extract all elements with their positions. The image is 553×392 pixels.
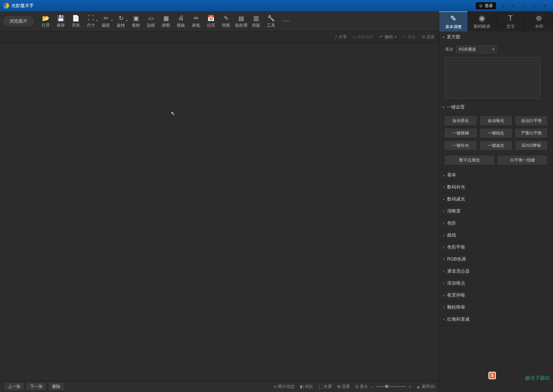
accordion-item-0[interactable]: ▸基本 [439,169,553,181]
zoom-slider[interactable] [376,386,406,387]
restore-button[interactable]: ⟲还原 [422,34,435,40]
tool-label: 画笔 [192,23,200,28]
toolbar-item-9[interactable]: 🖨模板 [173,12,188,31]
tab-label: 水印 [535,24,543,29]
canvas-area[interactable]: ↖ [0,43,438,381]
toolbar-item-3[interactable]: ⛶尺寸▾ [83,12,98,31]
tool-label: 日历 [207,23,215,28]
accordion-label: RGB色调 [447,256,466,262]
tool-icon: 📂 [42,14,50,22]
accordion-item-11[interactable]: ▸颗粒降噪 [439,302,553,314]
accordion-item-9[interactable]: ▸添加噪点 [439,277,553,289]
toolbar-item-14[interactable]: ▥排版 [249,12,264,31]
tool-label: 工具 [267,23,275,28]
chevron-right-icon: ▸ [443,258,445,261]
close-button[interactable]: ✕ [539,2,550,9]
zoom-plus[interactable]: + [408,384,411,389]
image-info-button[interactable]: ▭图片信息 [273,384,295,389]
next-image-button[interactable]: 下一张 [26,382,47,391]
tool-icon: ▤ [237,14,245,22]
toolbar-item-8[interactable]: ▦拼图 [158,12,173,31]
oneclick-row2-btn-0[interactable]: 数字点测光 [444,155,495,165]
oneclick-row2-btn-1[interactable]: 白平衡一指键 [497,155,548,165]
tool-icon: 🔧 [267,14,275,22]
histogram-display [445,57,540,98]
maximize-button[interactable]: ▢ [529,2,539,9]
oneclick-btn-8[interactable]: 高ISO降噪 [515,140,548,151]
toolbar-item-12[interactable]: ✎抠图 [218,12,234,31]
tool-icon: ⛶ [87,14,95,22]
oneclick-btn-7[interactable]: 一键减光 [479,140,512,151]
right-tab-0[interactable]: ✎基本调整 [439,11,467,32]
zoom-minus[interactable]: − [372,384,374,389]
right-tab-1[interactable]: ◉数码暗房 [467,11,496,32]
save-action-button[interactable]: ⎙保存动作 [353,34,374,40]
redo-button[interactable]: ↷重做 [402,34,416,40]
accordion-item-4[interactable]: ▸色阶 [439,217,553,229]
toolbar-item-7[interactable]: ▭边框 [143,12,158,31]
compare-icon: ◧ [300,384,304,389]
toolbar-item-1[interactable]: 💾保存 [53,12,68,31]
toolbar-item-6[interactable]: ▣素材 [128,12,143,31]
toolbar-item-2[interactable]: 📄另存 [68,12,83,31]
toolbar-item-11[interactable]: 📅日历 [203,12,218,31]
oneclick-btn-5[interactable]: 严重白平衡 [515,128,548,138]
accordion-item-10[interactable]: ▸夜景抑噪 [439,289,553,302]
toolbar-item-0[interactable]: 📂打开 [38,12,53,31]
tab-label: 数码暗房 [474,24,490,29]
compare-button[interactable]: ◧对比 [300,384,313,389]
oneclick-header[interactable]: ▾ 一键设置 [439,102,553,113]
toolbar-item-5[interactable]: ↻旋转▾ [113,12,128,31]
app-logo-icon [3,3,9,9]
pin-button[interactable]: ⇪ [497,2,508,9]
oneclick-btn-4[interactable]: 一键锐化 [479,128,512,138]
toolbar-item-10[interactable]: ✏画笔 [188,12,203,31]
toolbar-item-4[interactable]: ✂裁剪▾ [98,12,113,31]
right-panel: ▾ 直方图 通道 RGB通道 ▾ ▾ 一键设置 自动美化自动曝光自动白平衡一键模… [438,32,553,392]
oneclick-btn-2[interactable]: 自动白平衡 [515,116,548,126]
accordion-item-2[interactable]: ▸数码减光 [439,193,553,205]
histogram-header[interactable]: ▾ 直方图 [439,32,553,42]
minimize-button[interactable]: — [518,2,529,9]
chevron-right-icon: ▸ [443,294,445,297]
toolbar-item-15[interactable]: 🔧工具 [264,12,279,31]
login-button[interactable]: ☺ 登录 [476,2,496,9]
tool-label: 尺寸 [87,23,95,28]
toolbar-item-16[interactable]: ⋯ [279,12,294,31]
fullscreen-button[interactable]: ⛶全屏 [318,384,332,389]
cursor-icon: ↖ [171,110,175,116]
chevron-right-icon: ▸ [443,306,445,309]
browse-images-button[interactable]: 浏览图片 [2,15,35,27]
oneclick-btn-1[interactable]: 自动曝光 [479,116,512,126]
right-tab-3[interactable]: ⊕水印 [524,11,553,32]
accordion-item-1[interactable]: ▸数码补光 [439,181,553,193]
accordion-item-12[interactable]: ▸红饱和衰减 [439,314,553,326]
oneclick-btn-3[interactable]: 一键模糊 [444,128,477,138]
prev-image-button[interactable]: 上一张 [4,382,24,391]
right-tabs: ✎基本调整◉数码暗房T文字⊕水印 [439,11,553,32]
bottom-bar: 上一张 下一张 删除 ▭图片信息 ◧对比 ⛶全屏 ⊞适屏 ⊡原大 − + ▲展开… [0,381,438,392]
tab-icon: ⊕ [536,14,542,23]
accordion-item-8[interactable]: ▸通道混合器 [439,265,553,277]
oneclick-btn-0[interactable]: 自动美化 [444,116,477,126]
original-size-button[interactable]: ⊡原大 [355,384,368,389]
accordion-item-6[interactable]: ▸色彩平衡 [439,241,553,253]
tab-icon: ✎ [450,14,457,23]
accordion-item-7[interactable]: ▸RGB色调 [439,253,553,265]
toolbar-item-13[interactable]: ▤批处理 [234,12,249,31]
accordion-item-5[interactable]: ▸曲线 [439,229,553,241]
share-button[interactable]: ⤴分享 [335,34,347,40]
delete-image-button[interactable]: 删除 [48,382,65,391]
accordion-label: 红饱和衰减 [447,316,470,323]
oneclick-btn-6[interactable]: 一键补光 [444,140,477,151]
chevron-right-icon: ▸ [443,282,445,285]
settings-button[interactable]: ≡ [508,2,518,9]
fitscreen-button[interactable]: ⊞适屏 [337,384,350,389]
channel-select[interactable]: RGB通道 ▾ [456,45,497,53]
undo-button[interactable]: ↶撤销▾ [380,34,396,40]
accordion-item-3[interactable]: ▸清晰度 [439,205,553,217]
right-tab-2[interactable]: T文字 [496,11,524,32]
expand-icon: ▲ [416,384,420,389]
expand-button[interactable]: ▲展开(0) [416,384,435,389]
app-title: 光影魔术手 [11,3,476,9]
